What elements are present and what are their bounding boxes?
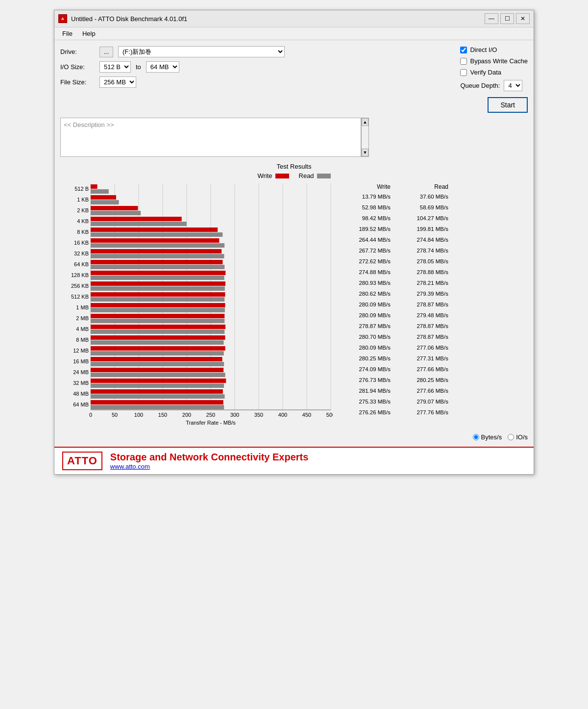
svg-text:4 MB: 4 MB — [76, 326, 89, 332]
direct-io-checkbox[interactable] — [460, 47, 467, 53]
svg-rect-15 — [91, 195, 116, 200]
io-size-row: I/O Size: 512 B to 64 MB — [60, 61, 460, 73]
svg-text:64 MB: 64 MB — [73, 402, 89, 407]
table-row: 280.93 MB/s278.21 MB/s — [341, 278, 448, 288]
drive-select[interactable]: (F:)新加巻 — [118, 46, 285, 57]
svg-rect-18 — [91, 206, 138, 210]
svg-rect-30 — [91, 249, 221, 253]
svg-rect-39 — [91, 281, 225, 286]
footer-text: Storage and Network Connectivity Experts… — [110, 452, 309, 470]
io-size-from-select[interactable]: 512 B — [99, 61, 131, 73]
file-size-row: File Size: 256 MB — [60, 76, 460, 88]
table-row: 267.72 MB/s278.74 MB/s — [341, 245, 448, 256]
svg-rect-72 — [91, 400, 223, 405]
write-value: 264.44 MB/s — [341, 237, 394, 243]
svg-rect-42 — [91, 292, 225, 297]
table-row: 274.88 MB/s278.88 MB/s — [341, 267, 448, 278]
read-value: 277.66 MB/s — [394, 366, 448, 372]
read-value: 278.87 MB/s — [394, 334, 448, 340]
read-value: 278.21 MB/s — [394, 280, 448, 286]
test-results-section: Test Results Write Read 512 B1 KB2 KB4 K… — [60, 163, 528, 441]
svg-text:100: 100 — [134, 412, 143, 418]
io-size-label: I/O Size: — [60, 63, 95, 71]
svg-text:2 KB: 2 KB — [77, 207, 89, 213]
description-box[interactable]: << Description >> — [60, 118, 361, 157]
bytes-radio-item: Bytes/s — [473, 433, 502, 441]
scroll-up-arrow[interactable]: ▲ — [362, 118, 368, 126]
description-scrollbar[interactable]: ▲ ▼ — [361, 118, 369, 157]
write-value: 274.09 MB/s — [341, 366, 394, 372]
read-value: 274.84 MB/s — [394, 237, 448, 243]
table-row: 280.25 MB/s277.31 MB/s — [341, 353, 448, 364]
svg-text:16 MB: 16 MB — [73, 358, 89, 364]
right-settings: Direct I/O Bypass Write Cache Verify Dat… — [460, 46, 528, 113]
svg-rect-40 — [91, 286, 225, 291]
svg-rect-49 — [91, 319, 224, 323]
read-value: 278.05 MB/s — [394, 258, 448, 264]
svg-rect-51 — [91, 325, 225, 329]
table-row: 52.98 MB/s58.69 MB/s — [341, 202, 448, 213]
svg-rect-66 — [91, 379, 226, 383]
svg-rect-27 — [91, 238, 219, 243]
atto-logo: ATTO — [62, 452, 102, 470]
write-value: 280.09 MB/s — [341, 302, 394, 307]
write-value: 280.93 MB/s — [341, 280, 394, 286]
verify-data-row: Verify Data — [460, 69, 528, 76]
svg-text:16 KB: 16 KB — [74, 240, 89, 246]
svg-rect-36 — [91, 271, 225, 275]
svg-text:512 B: 512 B — [74, 186, 89, 192]
scroll-down-arrow[interactable]: ▼ — [362, 149, 368, 156]
svg-rect-33 — [91, 260, 222, 264]
menu-file[interactable]: File — [58, 29, 76, 38]
svg-text:256 KB: 256 KB — [71, 283, 89, 289]
svg-text:32 KB: 32 KB — [74, 251, 89, 256]
svg-rect-21 — [91, 217, 182, 221]
to-label: to — [136, 63, 141, 71]
bypass-cache-checkbox[interactable] — [460, 58, 467, 65]
file-size-label: File Size: — [60, 78, 95, 86]
bytes-radio[interactable] — [473, 434, 479, 440]
start-button[interactable]: Start — [488, 97, 528, 113]
svg-rect-60 — [91, 357, 222, 361]
table-row: 280.09 MB/s279.48 MB/s — [341, 310, 448, 321]
svg-rect-54 — [91, 335, 225, 340]
drive-row: Drive: ... (F:)新加巻 — [60, 46, 460, 57]
read-value: 280.25 MB/s — [394, 377, 448, 383]
verify-data-label: Verify Data — [470, 69, 501, 76]
drive-browse-button[interactable]: ... — [99, 47, 113, 57]
read-value: 279.39 MB/s — [394, 291, 448, 297]
table-row: 276.26 MB/s277.76 MB/s — [341, 407, 448, 418]
svg-text:300: 300 — [230, 412, 239, 418]
write-value: 280.25 MB/s — [341, 355, 394, 361]
svg-rect-70 — [91, 394, 224, 399]
svg-text:400: 400 — [278, 412, 287, 418]
io-radio[interactable] — [508, 434, 514, 440]
queue-depth-select[interactable]: 4 — [504, 80, 522, 91]
verify-data-checkbox[interactable] — [460, 69, 467, 76]
maximize-button[interactable]: ☐ — [500, 13, 514, 24]
write-value: 276.26 MB/s — [341, 409, 394, 415]
menu-help[interactable]: Help — [78, 29, 99, 38]
table-row: 281.94 MB/s277.66 MB/s — [341, 385, 448, 396]
app-icon: A — [58, 14, 67, 23]
footer-url[interactable]: www.atto.com — [110, 463, 309, 470]
write-value: 275.33 MB/s — [341, 399, 394, 405]
io-size-to-select[interactable]: 64 MB — [146, 61, 179, 73]
menu-bar: File Help — [54, 27, 534, 40]
write-value: 281.94 MB/s — [341, 388, 394, 394]
svg-text:500: 500 — [326, 412, 333, 418]
close-button[interactable]: ✕ — [516, 13, 530, 24]
read-value: 277.31 MB/s — [394, 355, 448, 361]
file-size-select[interactable]: 256 MB — [99, 76, 136, 88]
svg-rect-55 — [91, 340, 224, 345]
svg-rect-64 — [91, 373, 225, 377]
svg-text:128 KB: 128 KB — [71, 272, 89, 278]
svg-text:12 MB: 12 MB — [73, 348, 89, 354]
svg-rect-46 — [91, 308, 225, 312]
data-table-header: Write Read — [341, 183, 448, 190]
chart-area: 512 B1 KB2 KB4 KB8 KB16 KB32 KB64 KB128 … — [60, 183, 333, 430]
read-value: 278.87 MB/s — [394, 302, 448, 307]
minimize-button[interactable]: — — [485, 13, 498, 24]
read-value: 278.74 MB/s — [394, 248, 448, 253]
read-legend-label: Read — [299, 172, 314, 179]
